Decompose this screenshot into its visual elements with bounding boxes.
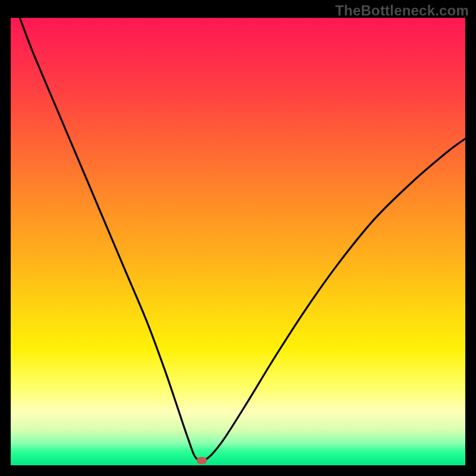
watermark-text: TheBottleneck.com [335, 2, 469, 19]
chart-frame: TheBottleneck.com [0, 0, 476, 476]
bottleneck-marker [196, 457, 206, 464]
bottleneck-curve [11, 18, 465, 465]
plot-area [11, 18, 465, 465]
